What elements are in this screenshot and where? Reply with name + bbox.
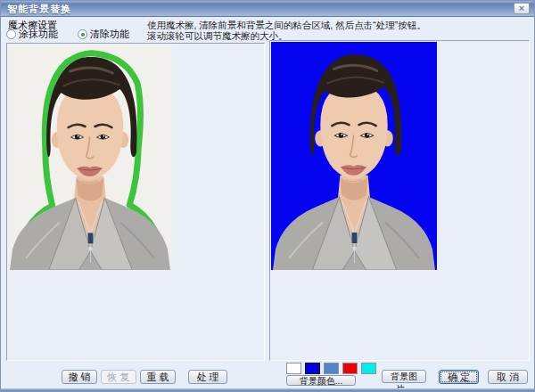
focus-ring [441, 372, 476, 381]
result-photo-panel [269, 40, 530, 361]
process-button[interactable]: 处 理 [188, 370, 227, 384]
radio-smear-mode[interactable]: 涂抹功能 [6, 29, 58, 40]
title-bar: 智能背景替换 × [1, 1, 534, 17]
window-title: 智能背景替换 [7, 3, 71, 16]
background-image-button[interactable]: 背景图片... [382, 370, 426, 383]
instruction-text: 使用魔术擦, 清除前景和背景之间的粘合区域, 然后点击“处理”按钮。 滚动滚轮可… [147, 20, 426, 41]
original-photo-canvas[interactable] [8, 45, 172, 270]
reload-button[interactable]: 重 载 [140, 370, 176, 384]
radio-icon [6, 29, 16, 39]
undo-button[interactable]: 撤 销 [62, 370, 97, 384]
redo-button[interactable]: 恢 复 [101, 370, 136, 384]
original-photo-panel [6, 43, 265, 361]
cancel-button[interactable]: 取 消 [488, 370, 528, 384]
radio-erase-mode[interactable]: 清除功能 [78, 29, 129, 40]
swatch-blue[interactable] [305, 363, 320, 374]
radio-erase-label: 清除功能 [90, 28, 129, 41]
instruction-line-1: 使用魔术擦, 清除前景和背景之间的粘合区域, 然后点击“处理”按钮。 [147, 20, 426, 30]
swatch-white[interactable] [286, 363, 301, 374]
radio-smear-label: 涂抹功能 [19, 28, 58, 41]
smart-background-replace-dialog: 智能背景替换 × 魔术擦设置 涂抹功能 清除功能 使用魔术擦, 清除前景和背景之… [0, 0, 535, 392]
swatch-steel-blue[interactable] [324, 363, 339, 374]
ok-button[interactable]: 确 定 [439, 370, 479, 384]
dialog-bottom-frame [1, 388, 534, 391]
background-color-button[interactable]: 背景颜色... [286, 375, 356, 386]
radio-selected-icon [78, 29, 87, 39]
close-icon[interactable]: × [514, 3, 530, 14]
result-photo-preview [271, 42, 437, 270]
swatch-cyan[interactable] [361, 363, 376, 374]
swatch-red[interactable] [342, 363, 358, 374]
